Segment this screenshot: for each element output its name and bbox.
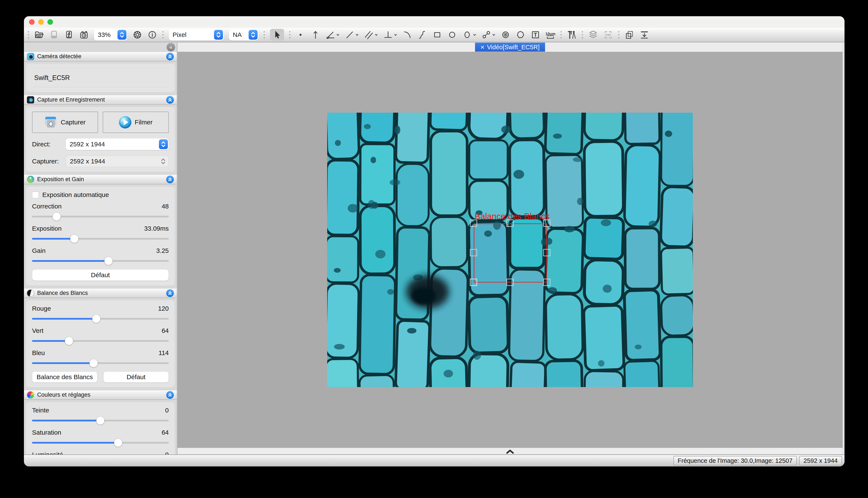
auto-exposure-checkbox[interactable] xyxy=(32,192,39,198)
point-tool-button[interactable] xyxy=(296,29,305,41)
flash-save-button[interactable] xyxy=(64,29,74,41)
panel-exposure-header[interactable]: Exposition et Gain xyxy=(24,174,177,184)
green-slider-knob[interactable] xyxy=(65,337,73,345)
blue-slider-knob[interactable] xyxy=(89,359,98,367)
timed-capture-button[interactable] xyxy=(79,29,89,41)
panel-capture-header[interactable]: Capture et Enregistrement xyxy=(24,95,177,105)
roi-handle-middle-left[interactable] xyxy=(470,249,477,256)
circle-tool-button[interactable] xyxy=(447,29,457,41)
panel-color-header[interactable]: Couleurs et réglages xyxy=(24,390,177,400)
direct-resolution-select[interactable]: 2592 x 1944 xyxy=(66,139,169,150)
arc-tool-button[interactable] xyxy=(403,29,412,41)
sidebar-collapse-button[interactable]: « xyxy=(167,43,175,51)
polygon-tool-button[interactable] xyxy=(515,29,525,41)
unit-stepper[interactable] xyxy=(214,30,223,40)
text-tool-button[interactable]: T xyxy=(531,29,540,41)
minimize-window-button[interactable] xyxy=(38,19,44,25)
red-slider-knob[interactable] xyxy=(92,315,100,323)
line-tool-button[interactable] xyxy=(345,29,359,41)
settings-button[interactable] xyxy=(132,29,142,41)
hue-slider-knob[interactable] xyxy=(96,417,104,424)
roi-handle-bottom-left[interactable] xyxy=(470,279,477,286)
gain-slider-knob[interactable] xyxy=(104,257,113,265)
angle-tool-button[interactable] xyxy=(326,29,340,41)
toolbar-divider xyxy=(560,30,562,39)
arrow-up-icon xyxy=(310,30,320,40)
na-select[interactable]: NA xyxy=(229,29,258,41)
ellipse-icon xyxy=(462,30,472,40)
green-slider[interactable] xyxy=(32,336,169,346)
hue-slider[interactable] xyxy=(32,416,169,425)
measurement-tools-button[interactable] xyxy=(567,29,577,41)
green-label: Vert xyxy=(32,327,43,335)
info-button[interactable]: i xyxy=(148,29,157,41)
curve-tool-button[interactable] xyxy=(417,29,427,41)
close-window-button[interactable] xyxy=(29,19,35,25)
exposure-slider-knob[interactable] xyxy=(70,235,78,243)
circle-icon xyxy=(447,30,457,40)
panel-color-collapse-button[interactable] xyxy=(166,391,174,399)
roi-handle-bottom-right[interactable] xyxy=(543,279,550,286)
panel-camera-collapse-button[interactable] xyxy=(166,53,174,61)
import-button[interactable] xyxy=(639,29,649,41)
saturation-slider-knob[interactable] xyxy=(114,439,122,447)
white-balance-roi[interactable] xyxy=(474,223,547,283)
tab-close-icon[interactable]: × xyxy=(481,44,485,51)
zoom-stepper[interactable] xyxy=(117,30,126,40)
open-file-button[interactable] xyxy=(34,29,44,41)
bottom-expander[interactable] xyxy=(178,448,843,454)
arrow-tool-button[interactable] xyxy=(310,29,320,41)
record-button[interactable]: Filmer xyxy=(103,112,169,133)
blue-slider[interactable] xyxy=(32,358,169,368)
saturation-value: 64 xyxy=(162,429,169,436)
white-balance-button[interactable]: Balance des Blancs xyxy=(32,371,98,383)
panel-exposure-collapse-button[interactable] xyxy=(166,175,174,183)
copy-icon xyxy=(625,30,634,40)
flash-save-icon xyxy=(64,30,74,40)
cursor-icon xyxy=(272,30,282,40)
gain-row: Gain3.25 xyxy=(32,247,169,266)
panel-camera-header[interactable]: Caméra détectée xyxy=(24,52,177,62)
scale-bar-tool-button[interactable]: 10um xyxy=(546,29,555,41)
copy-button[interactable] xyxy=(625,29,634,41)
status-framerate: Fréquence de l'Image: 30.0,Image: 12507 xyxy=(674,456,797,466)
gain-slider[interactable] xyxy=(32,256,169,266)
red-slider[interactable] xyxy=(32,314,169,324)
layers-button[interactable] xyxy=(588,29,598,41)
correction-slider-knob[interactable] xyxy=(53,212,61,221)
text-icon: T xyxy=(531,30,540,40)
panel-color-title: Couleurs et réglages xyxy=(37,392,90,398)
cursor-tool-button[interactable] xyxy=(270,29,284,41)
correction-slider[interactable] xyxy=(32,212,169,222)
perpendicular-tool-button[interactable] xyxy=(383,29,397,41)
exposure-default-button[interactable]: Défaut xyxy=(32,269,169,281)
concentric-circles-tool-button[interactable] xyxy=(501,29,510,41)
na-stepper[interactable] xyxy=(248,30,258,40)
color-wheel-icon xyxy=(27,391,34,398)
parallel-lines-tool-button[interactable] xyxy=(364,29,378,41)
capture-button[interactable]: Capturer xyxy=(32,112,98,133)
panel-white-balance-header[interactable]: Balance des Blancs xyxy=(24,288,177,298)
roi-handle-middle-right[interactable] xyxy=(543,249,550,256)
camera-device-item[interactable]: Swift_EC5R xyxy=(32,68,169,88)
rectangle-tool-button[interactable] xyxy=(432,29,442,41)
saturation-slider[interactable] xyxy=(32,438,169,448)
exposure-slider[interactable] xyxy=(32,234,169,244)
csv-export-button[interactable]: CSV xyxy=(603,29,613,41)
fullscreen-window-button[interactable] xyxy=(48,19,53,25)
ellipse-tool-button[interactable] xyxy=(462,29,476,41)
save-button[interactable] xyxy=(49,29,59,41)
white-balance-default-button[interactable]: Défaut xyxy=(103,371,169,383)
panel-capture-collapse-button[interactable] xyxy=(166,96,174,104)
video-frame[interactable]: Balance des Blancs xyxy=(327,113,693,387)
video-canvas[interactable]: Balance des Blancs xyxy=(178,52,843,448)
two-points-tool-button[interactable] xyxy=(482,29,496,41)
toolbar-divider xyxy=(582,30,583,39)
capture-resolution-select[interactable]: 2592 x 1944 xyxy=(66,156,169,167)
tab-video[interactable]: × Vidéo[Swift_EC5R] xyxy=(475,43,545,52)
zoom-select[interactable]: 33% xyxy=(94,29,127,41)
unit-select[interactable]: Pixel xyxy=(169,29,224,41)
panel-white-balance-collapse-button[interactable] xyxy=(166,289,174,297)
direct-resolution-stepper[interactable] xyxy=(159,139,168,149)
roi-handle-bottom-middle[interactable] xyxy=(507,279,514,286)
